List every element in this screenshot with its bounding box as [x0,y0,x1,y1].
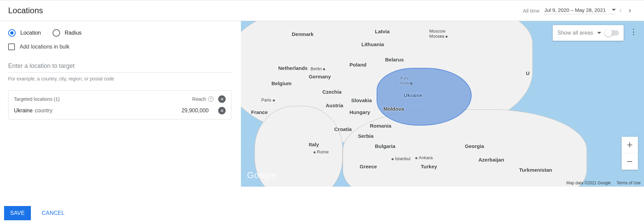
map-label: Serbia [358,133,374,139]
cancel-button[interactable]: CANCEL [40,210,67,217]
zoom-control: + − [622,137,638,170]
map-label: Belarus [385,57,404,62]
chevron-down-icon [597,32,601,34]
map-label: Azerbaijan [478,157,504,163]
map-label: Greece [360,164,377,169]
location-form: Location Radius Add locations in bulk Fo… [0,21,241,187]
target-row: Ukraine country 29,900,000 ✕ [14,107,226,114]
map-label: Ankara [414,155,433,160]
radio-location[interactable]: Location [8,29,41,37]
map-label: U [526,70,530,76]
footer-actions: SAVE CANCEL [0,202,67,224]
map-label: Turkmenistan [519,167,552,173]
header-bar: Locations All time Jul 9, 2020 – May 28,… [0,0,644,21]
map-label: Latvia [375,29,390,34]
reach-label: Reach [192,96,206,102]
targets-header: Targeted locations (1) [14,96,60,102]
map-canvas[interactable]: Denmark Netherlands Belgium Germany Berl… [241,21,644,187]
map-attribution: Map data ©2021 Google Terms of Use [566,181,641,185]
remove-target-button[interactable]: ✕ [218,107,226,114]
map-label: Georgia [465,143,484,149]
map-label: Bulgaria [375,143,395,149]
map-label: MoscowМосква [429,29,449,39]
terms-link[interactable]: Terms of Use [617,181,641,185]
map-label: Belgium [271,80,291,86]
zoom-in-button[interactable]: + [622,137,638,153]
map-label: Netherlands [278,65,308,71]
next-period-button[interactable]: › [625,5,634,16]
map-label: Austria [326,102,343,108]
input-hint: For example, a country, city, region, or… [8,76,231,81]
map-label: France [251,109,268,115]
map-label: İstanbul [390,156,411,161]
date-range-label: All time [523,8,539,14]
map-label: Berlin [310,66,326,71]
show-areas-control[interactable]: Show all areas [553,25,624,41]
targeted-locations-box: Targeted locations (1) Reach ? ✕ Ukraine… [8,90,231,119]
map-label: Italy [309,142,319,147]
map-label: Croatia [334,126,352,132]
save-button[interactable]: SAVE [4,206,31,220]
location-input[interactable] [8,60,231,73]
page-title: Locations [8,6,43,15]
prev-period-button: ‹ [616,5,625,16]
map-label: Hungary [349,109,370,115]
chevron-down-icon [612,9,616,11]
clear-all-button[interactable]: ✕ [218,95,226,103]
help-icon[interactable]: ? [208,96,213,102]
map-label: Poland [349,62,366,68]
date-range-value: Jul 9, 2020 – May 28, 2021 [544,7,606,13]
map-label: Turkey [421,164,437,169]
map-label: Paris [261,97,276,102]
map-label: Lithuania [361,41,384,47]
map-label: KyivКиїв [400,75,414,86]
map-label: Germany [309,74,331,79]
map-menu-button[interactable]: ⋮ [629,25,638,39]
date-range-picker[interactable]: All time Jul 9, 2020 – May 28, 2021 [523,7,616,14]
google-logo: Google [247,170,277,181]
map-label: Slovakia [351,97,372,103]
map-label: Czechia [322,89,342,95]
map-label: Moldova [383,106,404,112]
show-areas-toggle[interactable] [605,30,619,36]
map-label: Rome [312,149,329,154]
map-label: Romania [370,123,391,129]
map-label: Ukraine [404,92,422,98]
map-label: Denmark [292,31,314,37]
bulk-checkbox[interactable]: Add locations in bulk [8,43,231,50]
zoom-out-button[interactable]: − [622,153,638,170]
radio-radius[interactable]: Radius [53,29,82,37]
